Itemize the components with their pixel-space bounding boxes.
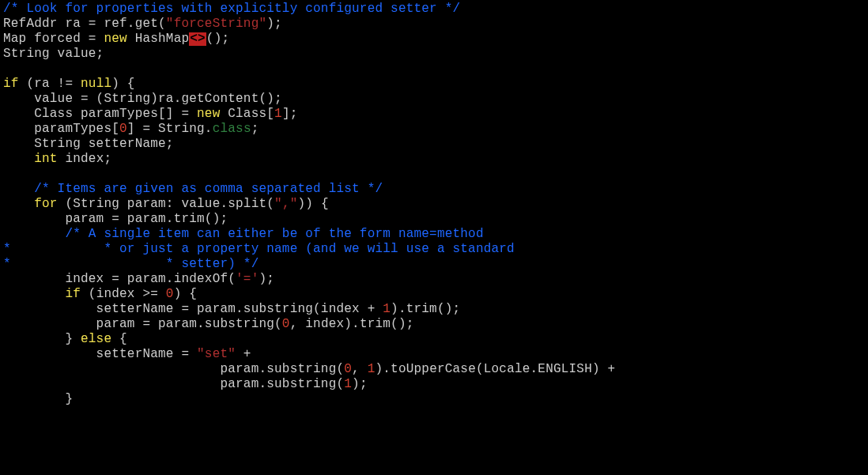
keyword-if: if (65, 287, 81, 301)
code-text: { (111, 332, 127, 346)
code-text: ; (251, 122, 259, 136)
code-text: index; (58, 152, 112, 166)
code-text: String value; (3, 47, 104, 61)
keyword-class: class (213, 122, 251, 136)
code-text: RefAddr ra = ref.get( (3, 17, 166, 31)
code-text (3, 197, 34, 211)
code-text: param = param.trim(); (3, 212, 228, 226)
code-text: ) { (111, 77, 134, 91)
code-text: ).toUpperCase(Locale.ENGLISH) + (376, 362, 616, 376)
code-text: (); (206, 32, 229, 46)
diamond-operator-highlight: <> (189, 32, 206, 46)
code-text: Class paramTypes[] = (3, 107, 197, 121)
code-text (3, 287, 65, 301)
code-text: HashMap (127, 32, 189, 46)
comment: * * or just a property name (and we will… (3, 242, 515, 256)
code-text: param.substring( (3, 377, 344, 391)
code-text: ).trim(); (391, 302, 460, 316)
char-literal: '=' (236, 272, 259, 286)
comment: /* Look for properties with explicitly c… (3, 2, 460, 16)
keyword-if: if (3, 77, 19, 91)
number-literal: 1 (383, 302, 391, 316)
number-literal: 0 (344, 362, 352, 376)
code-text: } (3, 392, 73, 406)
code-text: ]; (282, 107, 298, 121)
number-literal: 1 (274, 107, 282, 121)
code-text: paramTypes[ (3, 122, 119, 136)
keyword-for: for (34, 197, 57, 211)
keyword-new: new (197, 107, 220, 121)
code-text: ); (259, 272, 274, 286)
code-text: param.substring( (3, 362, 344, 376)
number-literal: 1 (344, 377, 352, 391)
string-literal: "," (274, 197, 297, 211)
keyword-new: new (104, 32, 126, 46)
code-text: value = (String)ra.getContent(); (3, 92, 282, 106)
comment: /* A single item can either be of the fo… (3, 227, 484, 241)
code-text: } (3, 332, 81, 346)
keyword-int: int (34, 152, 57, 166)
code-text: , index).trim(); (290, 317, 414, 331)
code-text: setterName = (3, 347, 197, 361)
code-text: , (352, 362, 368, 376)
number-literal: 0 (119, 122, 127, 136)
code-text: Class[ (220, 107, 274, 121)
comment: * * setter) */ (3, 257, 259, 271)
code-text: (ra != (19, 77, 81, 91)
code-editor[interactable]: /* Look for properties with explicitly c… (0, 0, 868, 409)
code-text: Map forced = (3, 32, 104, 46)
code-text: + (236, 347, 251, 361)
code-text: ); (352, 377, 368, 391)
code-text: String setterName; (3, 137, 174, 151)
code-text: (String param: value.split( (58, 197, 274, 211)
comment: /* Items are given as comma separated li… (3, 182, 383, 196)
code-text: setterName = param.substring(index + (3, 302, 383, 316)
code-text: param = param.substring( (3, 317, 282, 331)
code-text: ) { (174, 287, 197, 301)
code-text: index = param.indexOf( (3, 272, 236, 286)
code-text: ] = String. (127, 122, 213, 136)
number-literal: 1 (368, 362, 376, 376)
code-text: )) { (297, 197, 328, 211)
code-text (3, 152, 34, 166)
number-literal: 0 (282, 317, 290, 331)
code-text: (index >= (81, 287, 166, 301)
string-literal: "set" (197, 347, 236, 361)
keyword-null: null (81, 77, 111, 91)
number-literal: 0 (166, 287, 174, 301)
keyword-else: else (81, 332, 111, 346)
string-literal: "forceString" (166, 17, 266, 31)
code-text: ); (266, 17, 282, 31)
